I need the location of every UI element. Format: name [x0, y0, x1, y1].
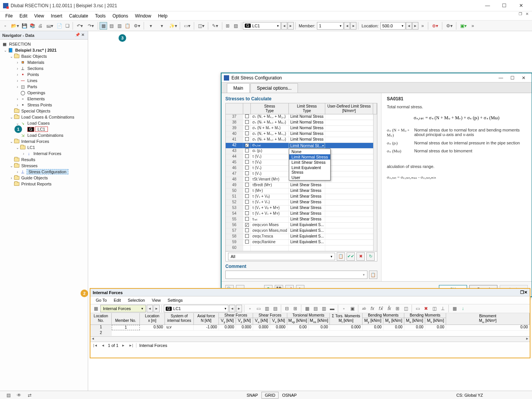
expand-icon[interactable]: › — [15, 103, 20, 107]
collapse-icon[interactable]: ⌄ — [9, 164, 14, 168]
bp-b7[interactable]: ▦ — [303, 305, 311, 312]
open-icon[interactable]: 📂▾ — [10, 22, 20, 30]
grid-row[interactable]: 42σₓ,ₜₒₜLimit Normal St...▾ — [226, 143, 377, 149]
bp-b2[interactable]: ▭ — [255, 305, 262, 312]
tree-results[interactable]: Results — [21, 157, 36, 162]
bp-grid[interactable]: LocationNo. Member No. Locationx [m] Sys… — [90, 313, 530, 336]
collapse-icon[interactable]: ⌄ — [15, 121, 20, 125]
stress-grid[interactable]: StressType Limit StressType User-Defined… — [225, 103, 377, 261]
mdi-restore-icon[interactable]: ❐ — [518, 11, 523, 17]
maximize-button[interactable]: ☐ — [496, 1, 512, 10]
bp-b5[interactable]: ⊟ — [283, 305, 291, 312]
grid-row[interactable]: 39σₓ (N + Mᵤ + Mᵥ)Limit Normal Stress — [226, 126, 377, 131]
tree-materials[interactable]: Materials — [27, 60, 45, 65]
view-3-icon[interactable]: ▥ — [116, 22, 123, 30]
target-icon[interactable]: ⊕▾ — [430, 22, 440, 30]
bp-table-icon[interactable]: ▦ — [92, 305, 100, 312]
dialog-maximize-button[interactable]: ☐ — [507, 74, 518, 82]
expand-icon[interactable]: › — [15, 79, 20, 83]
page-prev[interactable]: ◄ — [100, 343, 106, 348]
grid-row[interactable]: 53τ (Vᵧ + V₂ + Mᴛ)Limit Shear Stress — [226, 206, 377, 211]
bp-b4[interactable]: ▤ — [271, 305, 279, 312]
expand-icon[interactable]: › — [15, 60, 20, 65]
bp-fx[interactable]: fx — [369, 305, 376, 312]
bp-b12[interactable]: ▣ — [348, 305, 356, 312]
bp-menu-settings[interactable]: Settings — [165, 297, 186, 303]
tree-basic[interactable]: Basic Objects — [21, 54, 48, 59]
tree-lc1b[interactable]: LC1 — [27, 145, 36, 150]
bp-menu-selection[interactable]: Selection — [125, 297, 148, 303]
menu-help[interactable]: Help — [155, 12, 171, 20]
expand-icon[interactable]: › — [15, 97, 20, 101]
menu-tools[interactable]: Tools — [92, 12, 109, 20]
tab-main[interactable]: Main — [227, 83, 250, 93]
menu-file[interactable]: File — [2, 12, 16, 20]
undo-icon[interactable]: ↶▾ — [74, 22, 85, 30]
bp-lc-next[interactable]: ► — [236, 305, 242, 312]
tree-load-cases[interactable]: Load Cases — [27, 121, 51, 125]
status-view-icon[interactable]: ▤ — [5, 391, 12, 399]
dialog-minimize-button[interactable]: — — [495, 74, 507, 82]
page-last[interactable]: ►| — [128, 343, 134, 348]
tree-intforces2[interactable]: Internal Forces — [33, 151, 62, 156]
pencil-icon[interactable]: ✎▾ — [210, 22, 220, 30]
print-opts-icon[interactable]: 🖴▾ — [44, 22, 55, 30]
table-row[interactable]: 1 1 0.500 u,v -1.000 0.000 0.000 0.000 0… — [90, 325, 530, 331]
bp-lc-combo[interactable]: G LC1 ▾ — [164, 305, 228, 312]
pin-icon[interactable]: 📌 — [75, 33, 80, 38]
redo-icon[interactable]: ↷▾ — [86, 22, 96, 30]
loadcase-combo[interactable]: G LC1 ▾ — [243, 22, 281, 30]
member-combo[interactable]: 1 ▾ — [317, 22, 344, 30]
eye-icon[interactable]: 👁 — [15, 391, 23, 399]
grid-row[interactable]: 54τ (Vᵤ + Vᵥ + Mᴛ)Limit Shear Stress — [226, 211, 377, 217]
tree-load-combinations[interactable]: Load Combinations — [27, 133, 64, 138]
expand-icon[interactable]: › — [15, 170, 20, 174]
tree-project[interactable]: Beispiel 3.rsc* | 2021 — [14, 48, 57, 52]
grid-row[interactable]: 58σeqv,TrescaLimit Equivalent S... — [226, 234, 377, 240]
bp-fx2[interactable]: fx̂ — [377, 305, 385, 312]
filter-1-icon[interactable]: ▾ — [146, 22, 156, 30]
bp-b14[interactable]: ◫ — [402, 305, 410, 312]
bp-b19[interactable]: ▦ — [451, 305, 458, 312]
grid-row[interactable]: 52τ (Vᵤ + Vᵥ)Limit Shear Stress — [226, 200, 377, 206]
grid-row[interactable]: 56σeqv,von MisesLimit Equivalent S... — [226, 223, 377, 228]
bp-b10[interactable]: ▬ — [328, 305, 336, 312]
table-row[interactable]: 2 — [90, 331, 530, 336]
nav-close-icon[interactable]: ✕ — [80, 33, 86, 38]
bp-scrollbar[interactable] — [90, 336, 530, 342]
grid-body[interactable]: 37σₓ (N꜀ + Mᵧ,꜀ + M₂,꜀)Limit Normal Stre… — [226, 114, 377, 251]
bp-abc[interactable]: ab — [360, 305, 368, 312]
tree-internal-forces[interactable]: Internal Forces — [21, 139, 50, 144]
minimize-button[interactable]: — — [480, 1, 496, 10]
grid-row[interactable]: 55τₜₒₜLimit Shear Stress — [226, 217, 377, 223]
dropdown-item[interactable]: User — [289, 175, 330, 180]
menu-insert[interactable]: Insert — [48, 12, 65, 20]
layer-icon[interactable]: ◫▾ — [196, 22, 206, 30]
other-icon[interactable]: ▨ — [232, 22, 239, 30]
gf-btn1[interactable]: 📋 — [337, 252, 345, 261]
member-next-button[interactable]: ► — [350, 22, 356, 30]
bp-b9[interactable]: ▥ — [320, 305, 328, 312]
bp-b6[interactable]: ⊞ — [291, 305, 299, 312]
bp-b3[interactable]: ▥ — [263, 305, 271, 312]
swap-icon[interactable]: ⇄ — [26, 391, 33, 399]
bp-lc-prev[interactable]: ◄ — [229, 305, 235, 312]
gf-btn3[interactable]: ✖ — [356, 252, 365, 261]
calc-icon[interactable]: ⚙▾ — [131, 22, 142, 30]
bp-b1[interactable]: ▫ — [246, 305, 254, 312]
comment-pick-button[interactable]: 📋 — [369, 271, 377, 279]
bp-b18[interactable]: ⊥ — [439, 305, 446, 312]
filter-combo[interactable]: All ▾ — [228, 253, 335, 260]
tree-root[interactable]: RSECTION — [8, 42, 32, 46]
tree-stresses[interactable]: Stresses — [21, 163, 38, 168]
gear-icon[interactable]: ⚙▾ — [444, 22, 454, 30]
dialog-close-button[interactable]: ✕ — [518, 74, 529, 82]
comment-input[interactable]: ▾ — [225, 271, 367, 279]
collapse-icon[interactable]: ⌄ — [3, 48, 8, 52]
bp-b16[interactable]: ✖ — [422, 305, 430, 312]
bp-b11[interactable]: ▫ — [340, 305, 348, 312]
bp-menu-goto[interactable]: Go To — [93, 297, 110, 303]
bp-b17[interactable]: ◫ — [431, 305, 438, 312]
member-prev-button[interactable]: ◄ — [344, 22, 350, 30]
tree-load-combos[interactable]: Load Cases & Combinations — [21, 115, 75, 119]
